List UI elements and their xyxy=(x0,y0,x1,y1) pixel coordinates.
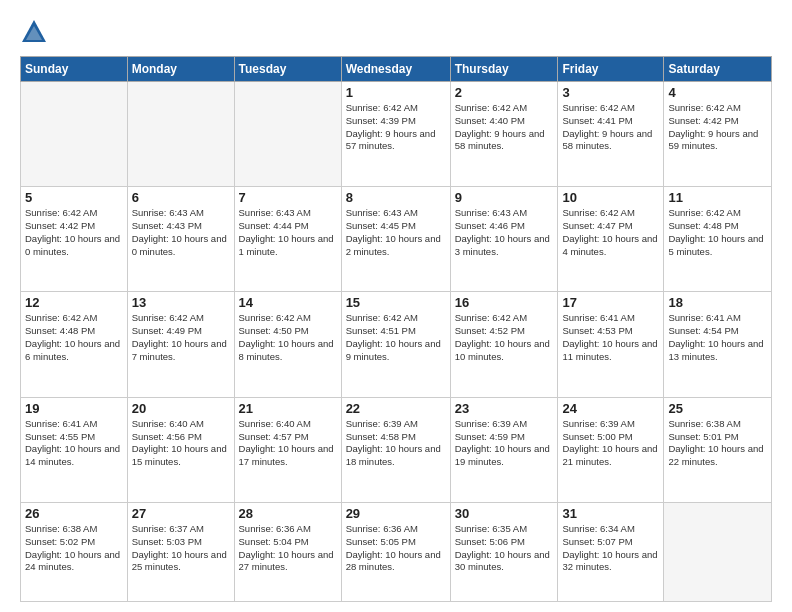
calendar-cell: 11Sunrise: 6:42 AM Sunset: 4:48 PM Dayli… xyxy=(664,187,772,292)
day-number: 18 xyxy=(668,295,767,310)
day-info: Sunrise: 6:40 AM Sunset: 4:57 PM Dayligh… xyxy=(239,418,337,469)
calendar-cell: 16Sunrise: 6:42 AM Sunset: 4:52 PM Dayli… xyxy=(450,292,558,397)
day-info: Sunrise: 6:42 AM Sunset: 4:42 PM Dayligh… xyxy=(668,102,767,153)
calendar-cell: 22Sunrise: 6:39 AM Sunset: 4:58 PM Dayli… xyxy=(341,397,450,502)
calendar-cell: 4Sunrise: 6:42 AM Sunset: 4:42 PM Daylig… xyxy=(664,82,772,187)
day-info: Sunrise: 6:40 AM Sunset: 4:56 PM Dayligh… xyxy=(132,418,230,469)
day-info: Sunrise: 6:41 AM Sunset: 4:55 PM Dayligh… xyxy=(25,418,123,469)
day-number: 7 xyxy=(239,190,337,205)
day-info: Sunrise: 6:42 AM Sunset: 4:40 PM Dayligh… xyxy=(455,102,554,153)
day-info: Sunrise: 6:34 AM Sunset: 5:07 PM Dayligh… xyxy=(562,523,659,574)
calendar-week-3: 12Sunrise: 6:42 AM Sunset: 4:48 PM Dayli… xyxy=(21,292,772,397)
day-number: 29 xyxy=(346,506,446,521)
day-info: Sunrise: 6:42 AM Sunset: 4:50 PM Dayligh… xyxy=(239,312,337,363)
logo xyxy=(20,18,52,46)
calendar-cell: 27Sunrise: 6:37 AM Sunset: 5:03 PM Dayli… xyxy=(127,502,234,601)
calendar-cell: 10Sunrise: 6:42 AM Sunset: 4:47 PM Dayli… xyxy=(558,187,664,292)
day-info: Sunrise: 6:42 AM Sunset: 4:48 PM Dayligh… xyxy=(668,207,767,258)
day-number: 27 xyxy=(132,506,230,521)
day-number: 13 xyxy=(132,295,230,310)
day-info: Sunrise: 6:42 AM Sunset: 4:49 PM Dayligh… xyxy=(132,312,230,363)
calendar-cell xyxy=(127,82,234,187)
calendar-cell: 2Sunrise: 6:42 AM Sunset: 4:40 PM Daylig… xyxy=(450,82,558,187)
col-header-thursday: Thursday xyxy=(450,57,558,82)
day-number: 19 xyxy=(25,401,123,416)
day-number: 24 xyxy=(562,401,659,416)
day-info: Sunrise: 6:37 AM Sunset: 5:03 PM Dayligh… xyxy=(132,523,230,574)
day-info: Sunrise: 6:41 AM Sunset: 4:53 PM Dayligh… xyxy=(562,312,659,363)
logo-icon xyxy=(20,18,48,46)
day-number: 1 xyxy=(346,85,446,100)
calendar-cell: 5Sunrise: 6:42 AM Sunset: 4:42 PM Daylig… xyxy=(21,187,128,292)
col-header-friday: Friday xyxy=(558,57,664,82)
day-number: 3 xyxy=(562,85,659,100)
calendar-cell: 8Sunrise: 6:43 AM Sunset: 4:45 PM Daylig… xyxy=(341,187,450,292)
calendar-cell: 17Sunrise: 6:41 AM Sunset: 4:53 PM Dayli… xyxy=(558,292,664,397)
day-info: Sunrise: 6:42 AM Sunset: 4:39 PM Dayligh… xyxy=(346,102,446,153)
day-number: 2 xyxy=(455,85,554,100)
day-number: 17 xyxy=(562,295,659,310)
calendar-cell: 29Sunrise: 6:36 AM Sunset: 5:05 PM Dayli… xyxy=(341,502,450,601)
day-number: 28 xyxy=(239,506,337,521)
calendar-cell: 13Sunrise: 6:42 AM Sunset: 4:49 PM Dayli… xyxy=(127,292,234,397)
day-number: 10 xyxy=(562,190,659,205)
calendar-cell: 30Sunrise: 6:35 AM Sunset: 5:06 PM Dayli… xyxy=(450,502,558,601)
day-info: Sunrise: 6:39 AM Sunset: 4:59 PM Dayligh… xyxy=(455,418,554,469)
day-number: 30 xyxy=(455,506,554,521)
calendar-week-2: 5Sunrise: 6:42 AM Sunset: 4:42 PM Daylig… xyxy=(21,187,772,292)
day-info: Sunrise: 6:35 AM Sunset: 5:06 PM Dayligh… xyxy=(455,523,554,574)
day-info: Sunrise: 6:41 AM Sunset: 4:54 PM Dayligh… xyxy=(668,312,767,363)
day-number: 12 xyxy=(25,295,123,310)
day-number: 4 xyxy=(668,85,767,100)
calendar-week-1: 1Sunrise: 6:42 AM Sunset: 4:39 PM Daylig… xyxy=(21,82,772,187)
day-info: Sunrise: 6:43 AM Sunset: 4:46 PM Dayligh… xyxy=(455,207,554,258)
calendar-cell: 15Sunrise: 6:42 AM Sunset: 4:51 PM Dayli… xyxy=(341,292,450,397)
page: SundayMondayTuesdayWednesdayThursdayFrid… xyxy=(0,0,792,612)
calendar-cell: 6Sunrise: 6:43 AM Sunset: 4:43 PM Daylig… xyxy=(127,187,234,292)
day-info: Sunrise: 6:38 AM Sunset: 5:01 PM Dayligh… xyxy=(668,418,767,469)
calendar-cell: 24Sunrise: 6:39 AM Sunset: 5:00 PM Dayli… xyxy=(558,397,664,502)
day-number: 21 xyxy=(239,401,337,416)
day-number: 15 xyxy=(346,295,446,310)
calendar-cell: 21Sunrise: 6:40 AM Sunset: 4:57 PM Dayli… xyxy=(234,397,341,502)
calendar-cell: 1Sunrise: 6:42 AM Sunset: 4:39 PM Daylig… xyxy=(341,82,450,187)
calendar-cell: 7Sunrise: 6:43 AM Sunset: 4:44 PM Daylig… xyxy=(234,187,341,292)
day-info: Sunrise: 6:42 AM Sunset: 4:42 PM Dayligh… xyxy=(25,207,123,258)
calendar-cell: 23Sunrise: 6:39 AM Sunset: 4:59 PM Dayli… xyxy=(450,397,558,502)
calendar-table: SundayMondayTuesdayWednesdayThursdayFrid… xyxy=(20,56,772,602)
calendar-cell: 25Sunrise: 6:38 AM Sunset: 5:01 PM Dayli… xyxy=(664,397,772,502)
day-number: 11 xyxy=(668,190,767,205)
calendar-cell xyxy=(21,82,128,187)
day-number: 8 xyxy=(346,190,446,205)
day-number: 31 xyxy=(562,506,659,521)
day-info: Sunrise: 6:39 AM Sunset: 5:00 PM Dayligh… xyxy=(562,418,659,469)
col-header-tuesday: Tuesday xyxy=(234,57,341,82)
day-number: 9 xyxy=(455,190,554,205)
day-info: Sunrise: 6:38 AM Sunset: 5:02 PM Dayligh… xyxy=(25,523,123,574)
day-number: 14 xyxy=(239,295,337,310)
calendar-cell: 31Sunrise: 6:34 AM Sunset: 5:07 PM Dayli… xyxy=(558,502,664,601)
calendar-week-4: 19Sunrise: 6:41 AM Sunset: 4:55 PM Dayli… xyxy=(21,397,772,502)
calendar-cell: 28Sunrise: 6:36 AM Sunset: 5:04 PM Dayli… xyxy=(234,502,341,601)
col-header-sunday: Sunday xyxy=(21,57,128,82)
calendar-cell: 18Sunrise: 6:41 AM Sunset: 4:54 PM Dayli… xyxy=(664,292,772,397)
day-number: 16 xyxy=(455,295,554,310)
day-info: Sunrise: 6:42 AM Sunset: 4:51 PM Dayligh… xyxy=(346,312,446,363)
day-info: Sunrise: 6:43 AM Sunset: 4:45 PM Dayligh… xyxy=(346,207,446,258)
day-info: Sunrise: 6:43 AM Sunset: 4:43 PM Dayligh… xyxy=(132,207,230,258)
calendar-cell: 14Sunrise: 6:42 AM Sunset: 4:50 PM Dayli… xyxy=(234,292,341,397)
col-header-wednesday: Wednesday xyxy=(341,57,450,82)
calendar-header-row: SundayMondayTuesdayWednesdayThursdayFrid… xyxy=(21,57,772,82)
calendar-cell xyxy=(664,502,772,601)
col-header-monday: Monday xyxy=(127,57,234,82)
day-info: Sunrise: 6:42 AM Sunset: 4:48 PM Dayligh… xyxy=(25,312,123,363)
day-info: Sunrise: 6:42 AM Sunset: 4:41 PM Dayligh… xyxy=(562,102,659,153)
day-number: 25 xyxy=(668,401,767,416)
calendar-cell: 3Sunrise: 6:42 AM Sunset: 4:41 PM Daylig… xyxy=(558,82,664,187)
header xyxy=(20,18,772,46)
calendar-cell: 20Sunrise: 6:40 AM Sunset: 4:56 PM Dayli… xyxy=(127,397,234,502)
calendar-cell: 12Sunrise: 6:42 AM Sunset: 4:48 PM Dayli… xyxy=(21,292,128,397)
calendar-cell: 9Sunrise: 6:43 AM Sunset: 4:46 PM Daylig… xyxy=(450,187,558,292)
day-number: 20 xyxy=(132,401,230,416)
day-info: Sunrise: 6:43 AM Sunset: 4:44 PM Dayligh… xyxy=(239,207,337,258)
